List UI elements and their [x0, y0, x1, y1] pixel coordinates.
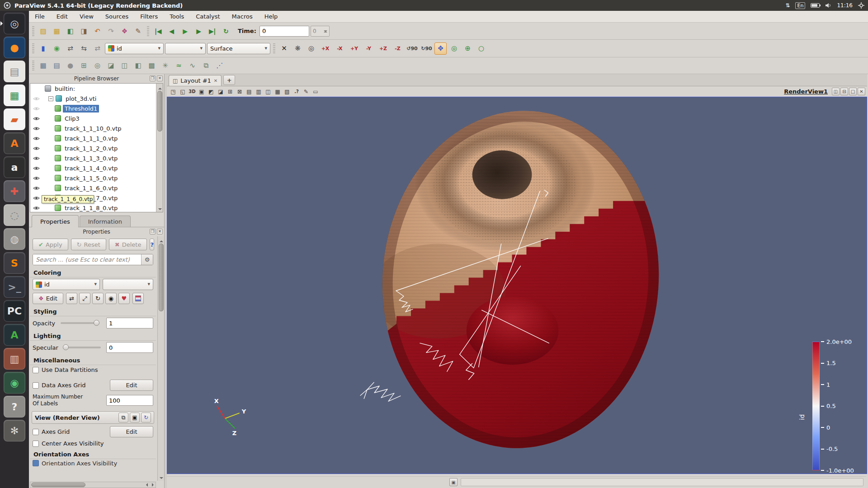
menu-item[interactable]: Filters [134, 12, 164, 21]
select-cells-polygon-button[interactable]: ▤ [245, 87, 254, 96]
delete-button[interactable]: ✖ Delete [109, 239, 147, 250]
plot-over-line-button[interactable]: ⋰ [213, 60, 226, 72]
select-points-through-button[interactable]: ⊠ [235, 87, 244, 96]
menu-item[interactable]: Catalyst [190, 12, 226, 21]
launcher-app-a-orange[interactable]: A [4, 132, 25, 154]
data-axes-grid-edit-button[interactable]: Edit [110, 380, 153, 391]
specular-input[interactable] [106, 342, 153, 353]
menu-item[interactable]: Sources [99, 12, 134, 21]
camera-minus-y-button[interactable]: -Y [362, 42, 375, 55]
chart-view-button[interactable]: ▤ [51, 60, 63, 72]
camera-plus-y-button[interactable]: +Y [348, 42, 361, 55]
select-points-polygon-button[interactable]: ▥ [254, 87, 263, 96]
launcher-firefox[interactable]: ● [4, 37, 25, 58]
menu-item[interactable]: File [29, 12, 51, 21]
layout-tab[interactable]: ◫ Layout #1 ✕ [169, 75, 222, 86]
color-legend-visibility-button[interactable] [132, 293, 144, 304]
select-cells-through-button[interactable]: ⊞ [226, 87, 235, 96]
save-state-button[interactable]: ▦ [51, 25, 63, 37]
pipeline-item[interactable]: Threshold1 [30, 103, 156, 113]
clip-filter-button[interactable]: ◪ [105, 60, 117, 72]
open-file-button[interactable]: ▨ [37, 25, 49, 37]
scrollbar-thumb[interactable] [157, 91, 162, 131]
pipeline-item[interactable]: track_1_1_4_0.vtp [30, 163, 156, 173]
rescale-temporal-range-button[interactable]: ⇄ [91, 42, 104, 55]
launcher-software-center[interactable]: ◌ [4, 204, 25, 226]
opacity-slider[interactable] [61, 322, 99, 324]
split-vertical-button[interactable]: ⊟ [840, 88, 848, 95]
pipeline-item[interactable]: track_1_1_5_0.vtp [30, 173, 156, 183]
color-legend-bar[interactable] [812, 342, 820, 470]
launcher-anaconda[interactable]: A [4, 324, 25, 346]
color-array-combo[interactable]: id [105, 43, 164, 54]
visibility-eye-icon[interactable] [32, 135, 40, 141]
scrollbar-thumb[interactable] [159, 244, 164, 311]
extract-subset-button[interactable]: ▩ [146, 60, 158, 72]
zoom-to-data-button[interactable]: ◎ [305, 42, 317, 55]
scrollbar-thumb[interactable] [31, 483, 85, 487]
launcher-text-editor[interactable]: ▤ [4, 61, 25, 82]
tab-information[interactable]: Information [80, 216, 131, 227]
color-legend-title[interactable]: id [798, 414, 806, 420]
center-axes-visibility-checkbox[interactable] [33, 441, 39, 447]
edit-color-map-button[interactable]: ✎ [132, 25, 144, 37]
group-datasets-button[interactable]: ⧉ [200, 60, 212, 72]
network-indicator-icon[interactable]: ⇅ [785, 2, 790, 9]
play-button[interactable]: ▶ [179, 25, 191, 37]
spreadsheet-button[interactable]: ❋ [292, 42, 304, 55]
export-scene-button[interactable]: ◱ [178, 87, 187, 96]
reload-view-button[interactable]: ↻ [141, 413, 151, 422]
scroll-up-arrow[interactable] [156, 84, 163, 90]
launcher-help[interactable]: ? [4, 396, 25, 418]
menu-item[interactable]: View [74, 12, 99, 21]
menu-item[interactable]: Help [259, 12, 284, 21]
menu-item[interactable]: Tools [164, 12, 190, 21]
undo-button[interactable]: ↶ [91, 25, 104, 37]
capture-screenshot-button[interactable]: ◳ [169, 87, 178, 96]
pipeline-item[interactable]: track_1_1_6_0.vtp [30, 183, 156, 193]
visibility-eye-icon[interactable] [32, 105, 40, 112]
undock-pipeline-button[interactable] [150, 75, 156, 81]
camera-plus-z-button[interactable]: +Z [377, 42, 390, 55]
pipeline-item-builtin[interactable]: builtin: [30, 84, 156, 94]
rescale-data-range-button[interactable]: ⇄ [66, 293, 77, 304]
calculator-filter-button[interactable]: ⊞ [78, 60, 90, 72]
apply-button[interactable]: ✔ Apply [33, 239, 68, 250]
copy-view-settings-button[interactable]: ⧉ [118, 413, 128, 422]
visibility-eye-icon[interactable] [32, 125, 40, 131]
threshold-filter-button[interactable]: ◧ [132, 60, 144, 72]
launcher-pycharm[interactable]: PC [4, 300, 25, 322]
query-data-button[interactable]: ✕ [278, 42, 290, 55]
representation-combo[interactable]: Surface [207, 43, 270, 54]
spreadsheet-view-button[interactable]: ▦ [37, 60, 49, 72]
clock[interactable]: 11:16 [837, 2, 853, 9]
coloring-component-combo[interactable] [103, 279, 153, 290]
select-cells-rect-button[interactable]: ◩ [207, 87, 216, 96]
close-properties-button[interactable] [157, 229, 163, 235]
interaction-mode-button[interactable]: ✥ [434, 42, 447, 55]
launcher-system-tools[interactable]: ✚ [4, 180, 25, 202]
visibility-eye-icon[interactable] [32, 115, 40, 122]
close-pipeline-button[interactable] [157, 75, 163, 81]
scroll-up-arrow[interactable] [158, 236, 164, 243]
frame-spinner[interactable]: 0 [311, 26, 330, 37]
max-labels-input[interactable] [106, 395, 153, 406]
search-options-gear-icon[interactable]: ⚙ [141, 254, 153, 265]
pipeline-item[interactable]: track_1_1_2_0.vtp [30, 143, 156, 153]
launcher-green-app[interactable]: ◉ [4, 372, 25, 394]
scroll-down-arrow[interactable] [156, 206, 163, 212]
pipeline-item[interactable]: Clip3 [30, 113, 156, 123]
session-gear-icon[interactable] [858, 2, 864, 9]
launcher-backup-drive[interactable]: ▥ [4, 348, 25, 370]
warp-filter-button[interactable]: ∿ [186, 60, 198, 72]
close-tab-icon[interactable]: ✕ [214, 78, 217, 83]
pipeline-item[interactable]: track_1_1_1_0.vtp [30, 133, 156, 143]
use-data-partitions-checkbox[interactable] [33, 367, 39, 373]
rescale-temporal-button[interactable]: ↻ [92, 293, 104, 304]
scene-3d[interactable]: X Y Z [167, 97, 867, 474]
coloring-array-combo[interactable]: id [33, 279, 100, 290]
rotate-90-cw-button[interactable]: ↻90 [420, 42, 433, 55]
launcher-amazon[interactable]: a [4, 156, 25, 178]
connect-server-button[interactable]: ◧ [64, 25, 76, 37]
close-view-button[interactable]: ✕ [858, 88, 865, 95]
